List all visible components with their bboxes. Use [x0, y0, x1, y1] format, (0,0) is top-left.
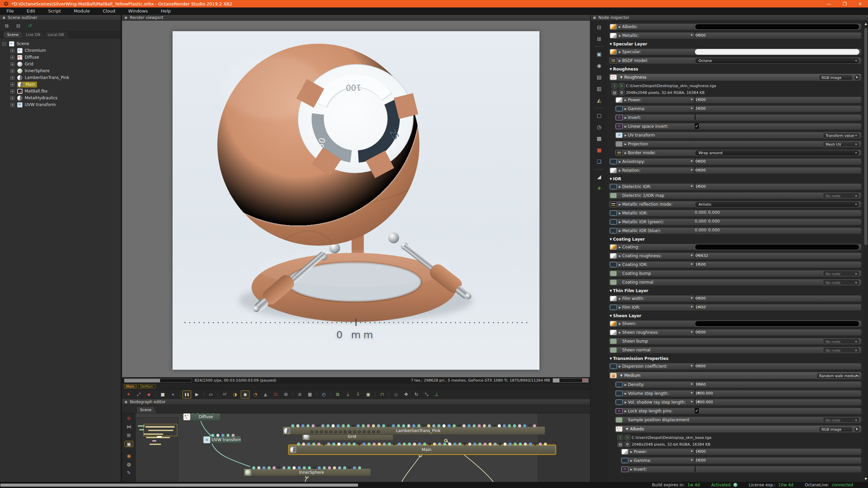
tree-item-matball-fbx[interactable]: +MatBall.fbx: [0, 88, 121, 95]
alpha-channel-icon[interactable]: ▦: [305, 390, 314, 399]
dropdown-projection[interactable]: Mesh UV▾: [823, 141, 860, 147]
checkbox-invert[interactable]: [695, 466, 695, 472]
expander-arrow-icon[interactable]: ▶: [625, 401, 628, 404]
outliner-tab-local-db[interactable]: Local DB: [44, 31, 69, 38]
render-viewport[interactable]: 100 50 25 0 mm 0: [122, 21, 590, 377]
tree-item-uvw-transform[interactable]: +UVW transform: [0, 101, 121, 108]
fit-view-icon[interactable]: ⤡: [422, 390, 431, 399]
expander-arrow-icon[interactable]: ▶: [619, 160, 622, 163]
expander-arrow-icon[interactable]: ▶: [619, 365, 622, 368]
object-picker-icon[interactable]: ▲: [261, 390, 270, 399]
outliner-tab-scene[interactable]: Scene: [3, 31, 24, 38]
film-settings-icon[interactable]: ▥: [594, 85, 604, 93]
tile-windows-icon[interactable]: ⊟: [14, 22, 22, 29]
close-button[interactable]: ✕: [852, 0, 868, 7]
image-nodes-icon[interactable]: ▣: [124, 441, 133, 447]
axis-gizmo-icon[interactable]: ⟂: [432, 390, 441, 399]
pause-render-icon[interactable]: ❚❚: [182, 390, 191, 399]
tree-item-innersphere[interactable]: +InnerSphere: [0, 67, 121, 74]
rgb-display-icon[interactable]: ◆: [144, 390, 153, 399]
expander-arrow-icon[interactable]: ▶: [625, 151, 628, 155]
lock-resolution-icon[interactable]: ⊓: [378, 390, 387, 399]
node-network-icon[interactable]: ⋈: [124, 424, 133, 429]
expander-arrow-icon[interactable]: ▶: [619, 169, 622, 172]
stop-render-icon[interactable]: ■: [158, 390, 167, 399]
scroll-down-icon[interactable]: ▼: [864, 476, 868, 481]
nodegraph-minimap[interactable]: [136, 418, 178, 481]
menu-item-help[interactable]: Help: [154, 7, 177, 15]
render-target-icon[interactable]: ▤: [594, 73, 604, 81]
tree-expander-icon[interactable]: +: [11, 89, 14, 93]
disable-node-icon[interactable]: ⊘: [124, 415, 133, 421]
expander-arrow-icon[interactable]: ▶: [619, 212, 622, 215]
rendered-image[interactable]: 100 50 25 0 mm 0: [173, 31, 539, 370]
pan-view-icon[interactable]: ✥: [402, 390, 411, 399]
slider-rotation[interactable]: 0.000◀▶: [695, 167, 695, 172]
node-main[interactable]: Main: [288, 445, 556, 455]
node-type-dropdown[interactable]: RGB image▾: [819, 75, 853, 80]
menu-item-file[interactable]: File: [0, 7, 20, 15]
tree-expander-icon[interactable]: −: [2, 42, 6, 46]
tree-expander-icon[interactable]: +: [11, 96, 14, 100]
expander-arrow-icon[interactable]: ▶: [625, 107, 628, 110]
render-region-icon[interactable]: ▭: [206, 390, 215, 399]
slider-vol-shadow-ray-step-length[interactable]: 1000.000◀▶: [695, 399, 695, 404]
film-region-icon[interactable]: ▢: [594, 111, 604, 120]
expander-arrow-icon[interactable]: ▶: [630, 450, 634, 453]
slider-dispersion-coefficient[interactable]: 0.000◀▶: [695, 363, 695, 368]
render-priority-icon[interactable]: ◴: [319, 390, 328, 399]
menu-item-edit[interactable]: Edit: [20, 7, 42, 15]
tree-item-grid[interactable]: +Grid: [0, 61, 121, 67]
color-swatch-specular[interactable]: [695, 49, 860, 55]
expander-arrow-icon[interactable]: ▶: [619, 59, 622, 62]
animation-time-icon[interactable]: ◷: [594, 123, 604, 131]
show-geometry-icon[interactable]: ◇: [392, 390, 400, 399]
emission-nodes-icon[interactable]: ◉: [124, 453, 133, 459]
dropdown-metallic-reflection-mode[interactable]: Artistic▾: [695, 201, 860, 207]
slider-anisotropy[interactable]: 0.000◀▶: [695, 158, 695, 164]
slider-dielectric-ior[interactable]: 1.500◀▶: [695, 183, 695, 189]
scrollbar-thumb[interactable]: [864, 28, 867, 245]
node-type-dropdown[interactable]: Random walk medium▾: [816, 373, 860, 379]
slider-film-width[interactable]: 0.000◀▶: [695, 295, 695, 301]
slider-coating-roughness[interactable]: 0.0632◀▶: [695, 252, 695, 258]
slider-density[interactable]: 3.960◀▶: [695, 381, 695, 387]
dropdown-border-mode[interactable]: Wrap around▾: [695, 150, 860, 156]
material-preview-icon[interactable]: ◭: [594, 96, 604, 104]
wrench-icon[interactable]: ⚙: [619, 90, 625, 95]
texture-nodes-icon[interactable]: ◍: [124, 462, 133, 467]
panel-expand-icon[interactable]: ⊞: [594, 35, 604, 43]
expander-arrow-icon[interactable]: ▶: [630, 459, 634, 462]
background-toggle-icon[interactable]: ⊘: [295, 390, 304, 399]
value-field[interactable]: 0.000: [708, 210, 719, 215]
slider-film-ior[interactable]: 1.450◀▶: [695, 304, 695, 309]
tree-expander-icon[interactable]: +: [11, 83, 14, 86]
expander-arrow-icon[interactable]: ▶: [619, 185, 622, 188]
film-strip-icon[interactable]: ▤: [612, 90, 617, 95]
value-field[interactable]: 0.000: [695, 228, 706, 232]
reload-file-icon[interactable]: ↻: [619, 83, 625, 88]
expand-caret-icon[interactable]: ▼: [620, 374, 624, 377]
load-file-icon[interactable]: ⇧: [612, 83, 617, 88]
color-swatch-coating[interactable]: [695, 244, 860, 250]
render-tab-main[interactable]: Main: [124, 384, 137, 389]
film-strip-icon[interactable]: ▤: [617, 442, 623, 447]
expander-arrow-icon[interactable]: ▶: [619, 229, 622, 232]
panel-collapse-icon[interactable]: ⊟: [594, 23, 604, 32]
dropdown-bsdf-model[interactable]: Octane▾: [695, 58, 860, 64]
value-field[interactable]: 0.000: [695, 210, 706, 215]
slider-power[interactable]: 1.000◀▶: [695, 97, 695, 102]
expander-arrow-icon[interactable]: ▶: [625, 99, 628, 102]
node-type-dropdown[interactable]: RGB image▾: [819, 426, 853, 432]
expander-arrow-icon[interactable]: ▶: [625, 125, 628, 128]
expand-caret-icon[interactable]: ▼: [620, 76, 624, 79]
value-field[interactable]: 0.000: [708, 219, 719, 224]
slider-coating-ior[interactable]: 1.500◀▶: [695, 261, 695, 267]
orbit-view-icon[interactable]: ↻: [412, 390, 421, 399]
emission-picker-icon[interactable]: ◔: [251, 390, 260, 399]
expander-arrow-icon[interactable]: ▶: [625, 116, 628, 119]
tree-expander-icon[interactable]: +: [11, 103, 14, 107]
color-swatch-sheen[interactable]: [695, 321, 860, 327]
tree-expander-icon[interactable]: +: [11, 56, 14, 59]
checkbox-linear-space-invert[interactable]: ✓: [695, 123, 699, 129]
